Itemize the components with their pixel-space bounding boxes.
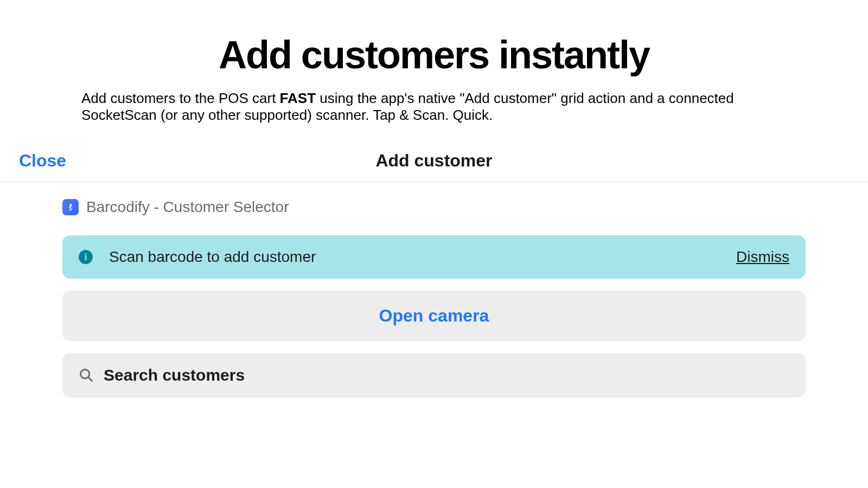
app-identifier-row: Barcodify - Customer Selector xyxy=(62,198,806,216)
dismiss-button[interactable]: Dismiss xyxy=(736,248,789,266)
hero-section: Add customers instantly Add customers to… xyxy=(0,0,868,140)
search-customers-input[interactable]: Search customers xyxy=(62,353,806,397)
hero-subtitle: Add customers to the POS cart FAST using… xyxy=(81,90,787,124)
app-name-label: Barcodify - Customer Selector xyxy=(86,198,289,216)
modal-body: Barcodify - Customer Selector i Scan bar… xyxy=(0,182,868,397)
app-icon xyxy=(62,199,79,215)
hero-title: Add customers instantly xyxy=(81,33,787,77)
info-icon: i xyxy=(79,250,93,264)
hero-subtitle-bold: FAST xyxy=(280,90,316,106)
search-icon xyxy=(79,368,94,383)
modal-header: Close Add customer xyxy=(0,140,868,182)
open-camera-button[interactable]: Open camera xyxy=(62,291,806,341)
svg-line-2 xyxy=(88,377,92,381)
close-button[interactable]: Close xyxy=(19,151,66,171)
search-placeholder: Search customers xyxy=(104,366,245,384)
info-banner: i Scan barcode to add customer Dismiss xyxy=(62,235,806,279)
info-banner-message: Scan barcode to add customer xyxy=(109,248,736,266)
hero-subtitle-pre: Add customers to the POS cart xyxy=(81,90,280,106)
modal-title: Add customer xyxy=(375,151,492,171)
